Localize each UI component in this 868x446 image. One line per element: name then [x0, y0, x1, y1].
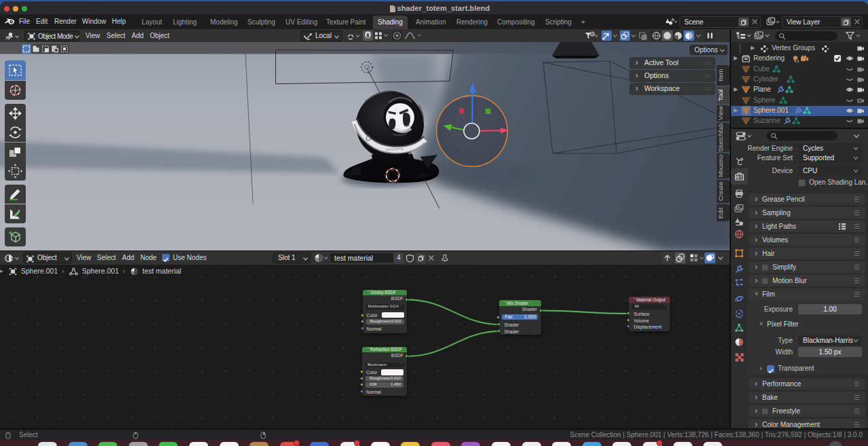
svg-text:3: 3 [797, 58, 799, 62]
